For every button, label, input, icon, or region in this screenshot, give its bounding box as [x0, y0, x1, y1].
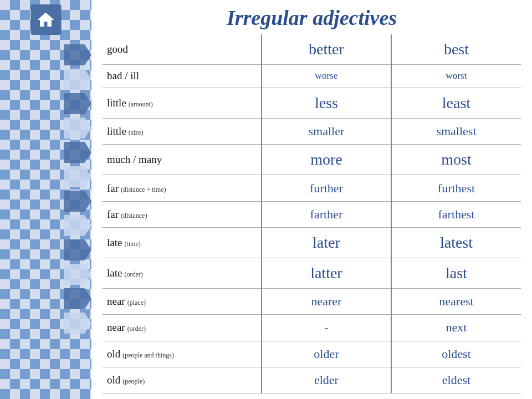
- comparative-word: elder: [314, 373, 339, 387]
- superlative-cell: next: [391, 315, 521, 341]
- arrow-tab-2[interactable]: [64, 69, 91, 90]
- arrow-tab-12[interactable]: [64, 313, 91, 334]
- page-title: Irregular adjectives: [103, 6, 521, 30]
- table-row: goodbetterbest: [103, 34, 521, 65]
- main-content: Irregular adjectives goodbetterbestbad /…: [91, 0, 532, 399]
- adjectives-table: goodbetterbestbad / illworseworstlittle …: [103, 34, 521, 393]
- table-row: near (order)-next: [103, 315, 521, 341]
- arrow-tab-7[interactable]: [64, 191, 91, 212]
- base-word: far: [107, 182, 119, 194]
- table-row: far (distance + time)furtherfurthest: [103, 175, 521, 201]
- superlative-cell: eldest: [391, 367, 521, 393]
- comparative-cell: nearer: [262, 289, 391, 315]
- base-qualifier: (order): [127, 325, 146, 332]
- base-word: much / many: [107, 154, 162, 165]
- superlative-word: last: [446, 264, 467, 282]
- base-word: late: [107, 237, 122, 248]
- table-row: old (people and things)olderoldest: [103, 341, 521, 367]
- comparative-word: nearer: [311, 294, 341, 308]
- base-qualifier: (time): [124, 240, 140, 248]
- base-qualifier: (amount): [129, 100, 153, 108]
- superlative-word: latest: [440, 234, 473, 251]
- base-word: good: [107, 43, 128, 55]
- superlative-word: furthest: [438, 181, 475, 195]
- superlative-cell: furthest: [391, 175, 521, 201]
- table-row: bad / illworseworst: [103, 65, 521, 88]
- base-qualifier: (distance + time): [121, 186, 166, 193]
- superlative-cell: oldest: [391, 341, 521, 367]
- arrow-tabs: [64, 44, 91, 334]
- arrow-tab-3[interactable]: [64, 93, 91, 114]
- base-word: old: [107, 374, 120, 386]
- base-word: near: [107, 321, 125, 333]
- base-qualifier: (size): [129, 129, 144, 136]
- arrow-tab-11[interactable]: [64, 288, 91, 309]
- superlative-cell: last: [391, 258, 521, 289]
- superlative-cell: worst: [391, 65, 521, 88]
- base-word: bad / ill: [107, 70, 139, 81]
- superlative-cell: latest: [391, 227, 521, 258]
- comparative-cell: elder: [262, 367, 391, 393]
- base-qualifier: (place): [127, 299, 146, 306]
- superlative-cell: most: [391, 145, 521, 175]
- comparative-cell: further: [262, 175, 391, 201]
- arrow-tab-6[interactable]: [64, 166, 91, 187]
- table-row: little (amount)lessleast: [103, 88, 521, 118]
- base-word: near: [107, 295, 125, 307]
- superlative-word: most: [441, 151, 471, 168]
- base-word: far: [107, 208, 119, 220]
- table-row: little (size)smallersmallest: [103, 119, 521, 145]
- superlative-cell: best: [391, 34, 521, 65]
- table-row: late (order)latterlast: [103, 258, 521, 289]
- superlative-word: eldest: [442, 373, 470, 387]
- superlative-word: nearest: [439, 294, 473, 308]
- table-row: much / manymoremost: [103, 145, 521, 175]
- superlative-cell: least: [391, 88, 521, 118]
- superlative-word: worst: [446, 70, 467, 81]
- arrow-tab-1[interactable]: [64, 44, 91, 65]
- comparative-cell: latter: [262, 258, 391, 289]
- comparative-cell: farther: [262, 201, 391, 227]
- superlative-cell: farthest: [391, 201, 521, 227]
- table-row: old (people)eldereldest: [103, 367, 521, 393]
- superlative-word: farthest: [438, 207, 474, 221]
- comparative-word: later: [313, 234, 340, 251]
- superlative-cell: smallest: [391, 119, 521, 145]
- comparative-word: latter: [310, 264, 342, 282]
- comparative-word: less: [315, 94, 338, 111]
- base-word: little: [107, 97, 126, 109]
- comparative-word: farther: [310, 207, 343, 221]
- base-word: old: [107, 348, 120, 360]
- superlative-word: oldest: [442, 347, 471, 361]
- comparative-cell: later: [262, 227, 391, 258]
- home-icon: [36, 10, 56, 30]
- comparative-cell: more: [262, 145, 391, 175]
- home-button[interactable]: [30, 4, 61, 35]
- arrow-tab-5[interactable]: [64, 142, 91, 163]
- comparative-cell: -: [262, 315, 391, 341]
- table-row: far (distance)fartherfarthest: [103, 201, 521, 227]
- arrow-tab-9[interactable]: [64, 239, 91, 260]
- base-qualifier: (people and things): [122, 351, 174, 359]
- comparative-word: smaller: [309, 124, 345, 138]
- superlative-word: best: [444, 40, 469, 58]
- base-word: late: [107, 267, 122, 279]
- arrow-tab-4[interactable]: [64, 117, 91, 139]
- superlative-word: least: [442, 94, 470, 111]
- table-row: late (time)laterlatest: [103, 227, 521, 258]
- comparative-word: -: [324, 320, 328, 334]
- comparative-cell: smaller: [262, 119, 391, 145]
- arrow-tab-8[interactable]: [64, 215, 91, 236]
- comparative-word: better: [309, 40, 344, 58]
- base-word: little: [107, 125, 126, 137]
- base-qualifier: (people): [122, 377, 145, 385]
- base-qualifier: (distance): [121, 212, 147, 219]
- superlative-cell: nearest: [391, 289, 521, 315]
- arrow-tab-10[interactable]: [64, 264, 91, 285]
- comparative-cell: less: [262, 88, 391, 118]
- comparative-word: further: [310, 181, 343, 195]
- comparative-cell: better: [262, 34, 391, 65]
- base-qualifier: (order): [124, 270, 142, 278]
- comparative-word: more: [310, 151, 342, 168]
- comparative-cell: older: [262, 341, 391, 367]
